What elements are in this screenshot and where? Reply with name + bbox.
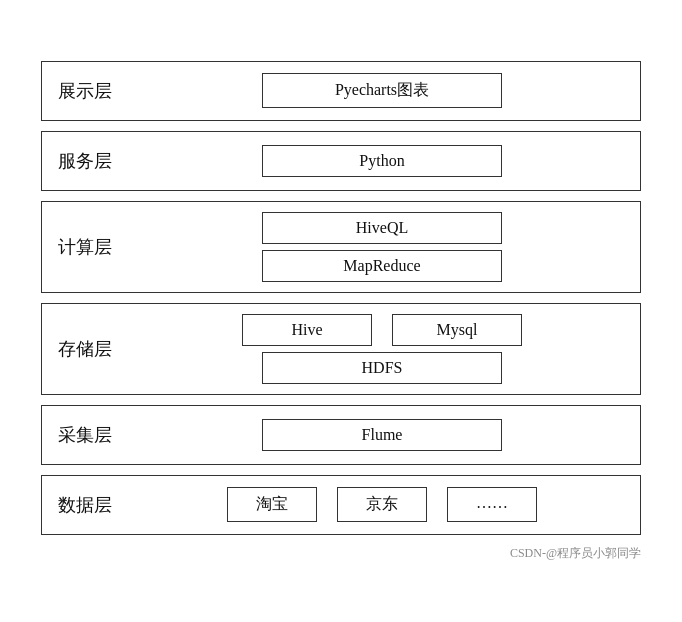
box-jingdong: 京东 [337,487,427,522]
box-flume: Flume [262,419,502,451]
boxes-compute-row1: HiveQL [140,212,624,244]
box-pyecharts: Pyecharts图表 [262,73,502,108]
content-service: Python [130,145,624,177]
layer-storage: 存储层 Hive Mysql HDFS [41,303,641,395]
architecture-diagram: 展示层 Pyecharts图表 服务层 Python 计算层 HiveQL Ma… [21,51,661,572]
content-data: 淘宝 京东 …… [130,487,624,522]
content-presentation: Pyecharts图表 [130,73,624,108]
box-taobao: 淘宝 [227,487,317,522]
boxes-storage-row2: HDFS [140,352,624,384]
box-hdfs: HDFS [262,352,502,384]
box-python: Python [262,145,502,177]
boxes-storage-row1: Hive Mysql [140,314,624,346]
layer-data: 数据层 淘宝 京东 …… [41,475,641,535]
content-collection: Flume [130,419,624,451]
boxes-presentation: Pyecharts图表 [140,73,624,108]
watermark: CSDN-@程序员小郭同学 [41,545,641,562]
content-compute: HiveQL MapReduce [130,212,624,282]
label-service: 服务层 [58,149,130,173]
box-mysql: Mysql [392,314,522,346]
layer-collection: 采集层 Flume [41,405,641,465]
label-presentation: 展示层 [58,79,130,103]
box-hiveql: HiveQL [262,212,502,244]
box-ellipsis: …… [447,487,537,522]
boxes-collection: Flume [140,419,624,451]
label-data: 数据层 [58,493,130,517]
label-compute: 计算层 [58,235,130,259]
box-hive: Hive [242,314,372,346]
label-collection: 采集层 [58,423,130,447]
boxes-service: Python [140,145,624,177]
layer-presentation: 展示层 Pyecharts图表 [41,61,641,121]
box-mapreduce: MapReduce [262,250,502,282]
boxes-data: 淘宝 京东 …… [140,487,624,522]
boxes-compute-row2: MapReduce [140,250,624,282]
layer-compute: 计算层 HiveQL MapReduce [41,201,641,293]
label-storage: 存储层 [58,337,130,361]
layer-service: 服务层 Python [41,131,641,191]
content-storage: Hive Mysql HDFS [130,314,624,384]
